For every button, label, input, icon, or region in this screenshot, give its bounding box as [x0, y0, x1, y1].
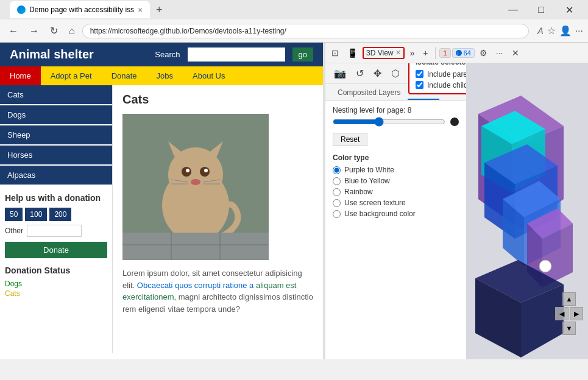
color-type-options: Purple to White Blue to Yellow Rainbow — [333, 166, 459, 218]
status-cats: Cats — [5, 289, 107, 298]
3d-nav-controls: ▲ ◀ ▶ ▼ — [555, 292, 583, 335]
dt-reset-view-icon[interactable]: ↺ — [352, 65, 367, 82]
nav-jobs[interactable]: Jobs — [147, 66, 183, 85]
help-title: Help us with a donation — [5, 193, 107, 203]
close-button[interactable]: ✕ — [555, 0, 583, 19]
window-controls: — □ ✕ — [499, 0, 583, 19]
browser-window: Demo page with accessibility iss ✕ + — □… — [0, 0, 588, 359]
dt-separator1 — [435, 47, 436, 59]
nav-donate[interactable]: Donate — [102, 66, 147, 85]
radio-bg-color[interactable] — [333, 210, 341, 218]
nesting-label-text: Nesting level for page: — [333, 106, 405, 114]
sidebar-item-dogs[interactable]: Dogs — [0, 105, 112, 124]
dt-badge-64: i 64 — [452, 48, 475, 58]
amount-50[interactable]: 50 — [5, 208, 23, 221]
radio-screen-texture[interactable] — [333, 199, 341, 207]
dt-inspect-icon[interactable]: ⊡ — [328, 46, 342, 60]
svg-rect-14 — [122, 233, 269, 260]
3d-nav-down[interactable]: ▼ — [562, 322, 576, 335]
color-label-rainbow: Rainbow — [344, 188, 373, 196]
svg-point-7 — [186, 169, 190, 172]
address-bar[interactable]: https://microsoftedge.github.io/Demos/de… — [82, 24, 529, 38]
radio-purple-white[interactable] — [333, 166, 341, 174]
3d-view-tab-close[interactable]: ✕ — [395, 49, 401, 57]
reset-button[interactable]: Reset — [333, 133, 367, 146]
sidebar-item-sheep[interactable]: Sheep — [0, 125, 112, 144]
nesting-value: 8 — [408, 106, 412, 114]
devtools-left: 📷 ↺ ✥ ⬡ Isolate selected element Includ — [325, 63, 466, 359]
donation-status-title: Donation Status — [5, 266, 107, 275]
cat-image-svg — [122, 114, 269, 260]
donation-amounts: 50 100 200 — [5, 208, 107, 221]
dt-settings-btn[interactable]: ⚙ — [476, 46, 491, 60]
text-highlight1: Obcaecati quos corrupti ratione a — [137, 281, 256, 290]
browser-tab[interactable]: Demo page with accessibility iss ✕ — [10, 1, 150, 18]
color-label-screen-texture: Use screen texture — [344, 199, 406, 207]
3d-slider-indicator — [539, 260, 551, 272]
search-input[interactable] — [188, 47, 285, 62]
back-button[interactable]: ← — [5, 24, 22, 38]
search-label: Search — [155, 50, 180, 59]
radio-blue-yellow[interactable] — [333, 177, 341, 185]
subtab-composited-layers[interactable]: Composited Layers — [330, 86, 408, 99]
dt-new-panel-btn[interactable]: + — [419, 46, 431, 60]
dt-shape-icon[interactable]: ⬡ — [388, 65, 403, 82]
color-option-rainbow[interactable]: Rainbow — [333, 188, 459, 196]
nav-about[interactable]: About Us — [183, 66, 235, 85]
maximize-button[interactable]: □ — [527, 0, 555, 19]
website-pane: Animal shelter Search go Home Adopt a Pe… — [0, 43, 323, 359]
donate-button[interactable]: Donate — [5, 242, 107, 258]
nav-home[interactable]: Home — [0, 66, 41, 85]
dt-more-options-btn[interactable]: ··· — [492, 46, 507, 60]
nav-adopt[interactable]: Adopt a Pet — [41, 66, 102, 85]
dt-device-icon[interactable]: 📱 — [344, 46, 361, 60]
other-amount-input[interactable] — [27, 225, 82, 237]
include-parents-checkbox[interactable] — [416, 70, 423, 78]
color-label-bg-color: Use background color — [344, 209, 416, 218]
main-layout: Animal shelter Search go Home Adopt a Pe… — [0, 43, 588, 359]
browser-menu-icon[interactable]: ··· — [575, 25, 583, 37]
new-tab-button[interactable]: + — [152, 4, 166, 16]
3d-nav-left[interactable]: ◀ — [555, 307, 569, 320]
read-aloud-icon[interactable]: 𝘈 — [537, 25, 544, 37]
amount-100[interactable]: 100 — [25, 208, 47, 221]
3d-view-tab-container: 3D View ✕ — [363, 47, 405, 59]
devtools-icons-row: 📷 ↺ ✥ ⬡ Isolate selected element Includ — [325, 63, 466, 84]
home-button[interactable]: ⌂ — [65, 24, 79, 38]
color-option-purple-white[interactable]: Purple to White — [333, 166, 459, 174]
amount-200[interactable]: 200 — [49, 208, 71, 221]
3d-nav-right[interactable]: ▶ — [570, 307, 583, 320]
tab-close-btn[interactable]: ✕ — [138, 7, 143, 13]
include-children-checkbox[interactable] — [416, 81, 423, 89]
dt-pan-icon[interactable]: ✥ — [370, 65, 385, 82]
nesting-slider[interactable] — [333, 117, 445, 127]
title-bar: Demo page with accessibility iss ✕ + — □… — [0, 0, 588, 19]
color-label-blue-yellow: Blue to Yellow — [344, 177, 390, 185]
status-dogs: Dogs — [5, 279, 107, 289]
go-button[interactable]: go — [292, 47, 313, 62]
sidebar-item-alpacas[interactable]: Alpacas — [0, 166, 112, 185]
minimize-button[interactable]: — — [499, 0, 527, 19]
dt-close-devtools-btn[interactable]: ✕ — [508, 46, 523, 60]
nesting-indicator — [450, 118, 459, 126]
sidebar-item-horses[interactable]: Horses — [0, 146, 112, 164]
dt-camera-icon[interactable]: 📷 — [330, 65, 350, 82]
color-option-blue-yellow[interactable]: Blue to Yellow — [333, 177, 459, 185]
site-sidebar: Cats Dogs Sheep Horses Alpacas Help us w… — [0, 85, 113, 353]
color-option-bg-color[interactable]: Use background color — [333, 209, 459, 218]
3d-nav-up[interactable]: ▲ — [562, 292, 576, 306]
3d-view-tab-label[interactable]: 3D View — [366, 49, 393, 57]
nav-icons: 𝘈 ☆ 👤 ··· — [537, 25, 583, 37]
profile-icon[interactable]: 👤 — [559, 25, 572, 37]
dt-more-tabs-btn[interactable]: » — [406, 46, 418, 60]
favorites-icon[interactable]: ☆ — [547, 25, 556, 37]
color-option-screen-texture[interactable]: Use screen texture — [333, 199, 459, 207]
forward-button[interactable]: → — [26, 24, 43, 38]
site-title: Animal shelter — [10, 47, 147, 62]
radio-rainbow[interactable] — [333, 188, 341, 196]
devtools-inner: 📷 ↺ ✥ ⬡ Isolate selected element Includ — [325, 63, 588, 359]
color-label-purple-white: Purple to White — [344, 166, 394, 174]
sidebar-item-cats[interactable]: Cats — [0, 85, 112, 104]
reload-button[interactable]: ↻ — [46, 24, 62, 38]
nesting-slider-row — [333, 117, 459, 127]
